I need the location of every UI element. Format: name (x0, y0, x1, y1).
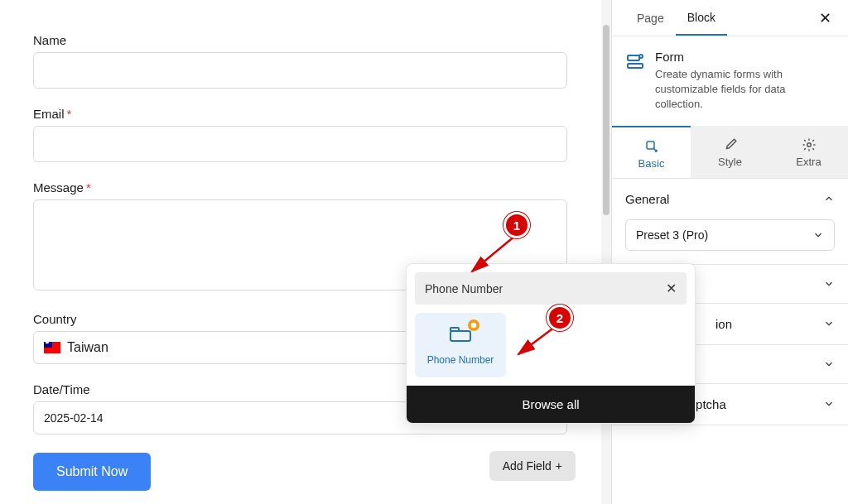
block-description: Create dynamic forms with customizable f… (655, 67, 835, 113)
svg-rect-0 (628, 55, 639, 60)
section-general: General Preset 3 (Pro) (612, 179, 848, 265)
scrollbar-track[interactable] (601, 0, 611, 504)
submit-button[interactable]: Submit Now (33, 453, 151, 491)
sub-tab-style[interactable]: Style (691, 126, 769, 178)
block-header: Form Create dynamic forms with customiza… (612, 36, 848, 126)
email-field: Email* (33, 107, 567, 180)
svg-point-4 (807, 142, 811, 146)
svg-rect-7 (450, 328, 459, 331)
name-input[interactable] (33, 52, 567, 89)
chevron-down-icon (812, 229, 824, 241)
sub-tab-basic[interactable]: Basic (612, 126, 691, 178)
gear-icon (802, 137, 817, 152)
annotation-badge-1: 1 (504, 212, 530, 238)
svg-rect-1 (628, 64, 643, 68)
field-option-phone-number[interactable]: Phone Number (415, 313, 506, 377)
field-option-label: Phone Number (426, 354, 494, 366)
svg-line-8 (472, 236, 515, 271)
chevron-up-icon (823, 193, 835, 204)
field-search-input[interactable]: Phone Number ✕ (415, 272, 687, 305)
country-value: Taiwan (67, 340, 108, 355)
cursor-icon (644, 139, 659, 154)
svg-line-9 (518, 327, 555, 354)
annotation-arrow-1 (465, 232, 523, 277)
inspector-sidebar: Page Block ✕ Form Create dynamic forms w… (611, 0, 848, 504)
tab-page[interactable]: Page (625, 2, 676, 35)
name-field: Name (33, 33, 567, 107)
annotation-badge-2: 2 (547, 305, 573, 331)
name-label: Name (33, 33, 567, 47)
pro-badge-icon (468, 319, 479, 331)
sidebar-tabs: Page Block ✕ (612, 0, 848, 36)
add-field-button[interactable]: Add Field + (489, 451, 576, 481)
chevron-down-icon (823, 358, 835, 370)
chevron-down-icon (823, 398, 835, 410)
section-general-body: Preset 3 (Pro) (612, 219, 848, 264)
sub-tab-extra[interactable]: Extra (769, 126, 848, 178)
svg-rect-6 (450, 331, 470, 341)
scrollbar-thumb[interactable] (603, 25, 610, 215)
required-mark: * (67, 107, 72, 121)
preset-select[interactable]: Preset 3 (Pro) (625, 219, 835, 251)
required-mark: * (86, 180, 91, 194)
message-label: Message* (33, 180, 567, 194)
brush-icon (723, 137, 738, 152)
plus-icon: + (556, 459, 562, 473)
chevron-down-icon (823, 318, 835, 329)
section-general-header[interactable]: General (612, 179, 848, 219)
browse-all-button[interactable]: Browse all (407, 386, 695, 423)
svg-point-2 (639, 55, 643, 58)
email-label: Email* (33, 107, 567, 121)
clear-search-icon[interactable]: ✕ (666, 281, 677, 296)
datetime-value: 2025-02-14 (44, 411, 104, 425)
form-block-icon (625, 51, 645, 71)
sub-tabs: Basic Style Extra (612, 126, 848, 179)
email-input[interactable] (33, 126, 567, 162)
tab-block[interactable]: Block (676, 1, 727, 36)
chevron-down-icon (823, 278, 835, 290)
svg-point-5 (471, 323, 477, 329)
block-title: Form (655, 50, 835, 64)
close-icon[interactable]: ✕ (816, 6, 835, 31)
taiwan-flag-icon (44, 342, 60, 353)
